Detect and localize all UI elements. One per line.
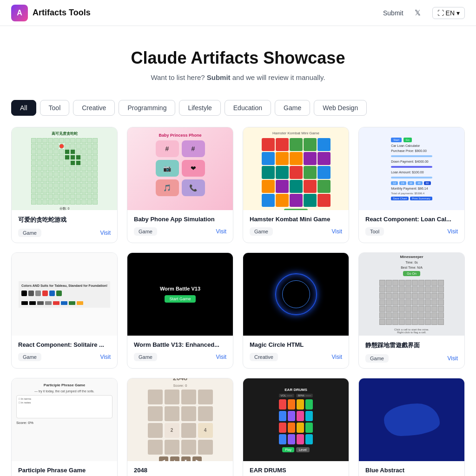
filter-all[interactable]: All [11, 100, 36, 116]
worm-start-btn: Start Game [165, 295, 195, 303]
thumbnail-2048: 2048 Score: 0 2 4 [127, 378, 233, 461]
visit-solitaire[interactable]: Visit [100, 354, 111, 360]
submit-bold[interactable]: Submit [207, 73, 231, 81]
card-body-minesweeper: 静態踩地雷遊戲界面 Game Visit [359, 336, 464, 368]
card-title-baby: Baby Phone App Simulation [134, 216, 226, 223]
eardrums-title: EAR DRUMS [284, 388, 307, 392]
filter-lifestyle[interactable]: Lifestyle [179, 100, 220, 116]
card-title-hamster: Hamster Kombat Mini Game [250, 216, 342, 223]
card-title-worm: Worm Battle V13: Enhanced... [134, 341, 226, 348]
thumbnail-loan: StartGo Car Loan Calculator Purchase Pri… [359, 127, 464, 210]
filter-game[interactable]: Game [275, 100, 310, 116]
language-selector[interactable]: ⛶ EN ▾ [432, 7, 465, 19]
2048-cell [165, 406, 179, 421]
visit-hamster[interactable]: Visit [332, 228, 342, 235]
visit-baby[interactable]: Visit [216, 228, 226, 235]
card-footer-snake: Game Visit [18, 229, 111, 237]
x-twitter-icon[interactable]: 𝕏 [411, 6, 425, 20]
ear-pad [279, 434, 286, 444]
hero-description: Want to list here? Submit and we will re… [11, 73, 465, 81]
ear-pad [305, 399, 313, 410]
ear-pad [297, 434, 304, 444]
chevron-down-icon: ▾ [456, 9, 460, 17]
2048-title: 2048 [173, 378, 187, 382]
ear-pad [288, 411, 295, 421]
eardrums-mock: EAR DRUMS VOL —— BPM: —— Play Level [275, 384, 317, 456]
visit-minesweeper[interactable]: Visit [448, 355, 458, 362]
filter-tool[interactable]: Tool [40, 100, 70, 116]
g2048-mock: 2048 Score: 0 2 4 [144, 378, 217, 461]
card-body-solitaire: React Component: Solitaire ... Game Visi… [12, 336, 117, 367]
ear-pad [305, 411, 313, 421]
card-title-2048: 2048 [134, 467, 226, 474]
filter-education[interactable]: Education [225, 100, 271, 116]
card-title-participle: Participle Phrase Game [18, 467, 111, 474]
2048-cell [198, 390, 213, 404]
filter-creative[interactable]: Creative [73, 100, 115, 116]
card-body-magic: Magic Circle HTML Creative Visit [243, 336, 349, 367]
card-body-2048: 2048 Game Visit [127, 461, 233, 476]
filter-web-design[interactable]: Web Design [314, 100, 367, 116]
card-solitaire: Colors AND Suits for Tableau, Standard f… [11, 252, 118, 369]
card-blue: Blue Abstract Creative Visit [358, 378, 465, 476]
tag-worm: Game [134, 353, 157, 361]
card-body-participle: Participle Phrase Game Game Visit [12, 461, 117, 476]
thumbnail-minesweeper: Minesweeper Time: 0s Best Time: N/A Go O… [359, 253, 464, 336]
baby-phone-grid: # # 📷 ❤ 🎵 📞 [156, 140, 205, 196]
card-footer-loan: Tool Visit [365, 227, 458, 236]
ear-pad [288, 399, 295, 410]
ear-pad [279, 423, 286, 433]
visit-worm[interactable]: Visit [216, 354, 226, 360]
thumbnail-worm: Worm Battle V13 Start Game [127, 253, 233, 336]
visit-loan[interactable]: Visit [448, 228, 458, 235]
navbar: A Artifacts Tools Submit 𝕏 ⛶ EN ▾ [0, 0, 476, 26]
visit-snake[interactable]: Visit [100, 230, 111, 236]
loan-mock: StartGo Car Loan Calculator Purchase Pri… [386, 133, 437, 205]
thumbnail-magic [243, 253, 349, 336]
blue-blob [384, 403, 440, 436]
card-footer-hamster: Game Visit [250, 227, 342, 236]
ear-pad [288, 434, 295, 444]
hero-section: Claude Artifacts Showcase Want to list h… [0, 26, 476, 93]
card-title-eardrums: EAR DRUMS [250, 467, 342, 474]
hero-title: Claude Artifacts Showcase [11, 48, 465, 68]
card-loan: StartGo Car Loan Calculator Purchase Pri… [358, 127, 465, 243]
tag-solitaire: Game [18, 353, 41, 361]
ear-pad [305, 423, 313, 433]
thumbnail-solitaire: Colors AND Suits for Tableau, Standard f… [12, 253, 117, 336]
2048-up-btn: ▲ [170, 456, 179, 462]
card-body-worm: Worm Battle V13: Enhanced... Game Visit [127, 336, 233, 367]
card-body-blue: Blue Abstract Creative Visit [359, 461, 464, 476]
card-body-hamster: Hamster Kombat Mini Game Game Visit [243, 210, 349, 241]
baby-btn-5: 🎵 [156, 179, 179, 196]
minesweeper-mock: Minesweeper Time: 0s Best Time: N/A Go O… [376, 253, 448, 336]
2048-cell [181, 406, 196, 421]
minesweeper-title: Minesweeper [400, 255, 423, 259]
submit-link[interactable]: Submit [383, 9, 403, 17]
card-footer-solitaire: Game Visit [18, 353, 111, 361]
filter-bar: All Tool Creative Programming Lifestyle … [0, 93, 476, 127]
2048-cell [165, 440, 179, 455]
2048-cell [181, 423, 196, 438]
card-hamster: Hamster Kombat Mini Game Start Game Hams… [243, 127, 349, 243]
thumbnail-eardrums: EAR DRUMS VOL —— BPM: —— Play Level [243, 378, 349, 461]
2048-cell [181, 440, 196, 455]
worm-mock: Worm Battle V13 Start Game [127, 253, 233, 336]
tag-snake: Game [18, 229, 41, 237]
tag-hamster: Game [250, 227, 273, 236]
participle-mock: Participle Phrase Game — try it today, t… [12, 378, 117, 461]
2048-cell [148, 440, 163, 455]
baby-btn-4: ❤ [182, 160, 205, 177]
2048-cell [165, 390, 179, 404]
filter-programming[interactable]: Programming [119, 100, 175, 116]
card-baby-phone: Baby Princess Phone # # 📷 ❤ 🎵 📞 Baby Pho… [127, 127, 233, 243]
ear-pad [288, 423, 295, 433]
card-eardrums: EAR DRUMS VOL —— BPM: —— Play Level EAR … [243, 378, 349, 476]
card-title-blue: Blue Abstract [365, 467, 458, 474]
logo-icon: A [11, 5, 28, 21]
card-body-baby: Baby Phone App Simulation Game Visit [127, 210, 233, 241]
visit-magic[interactable]: Visit [332, 354, 342, 360]
magic-mock [243, 253, 349, 336]
2048-cell [148, 423, 163, 438]
eardrums-pads [279, 399, 313, 444]
